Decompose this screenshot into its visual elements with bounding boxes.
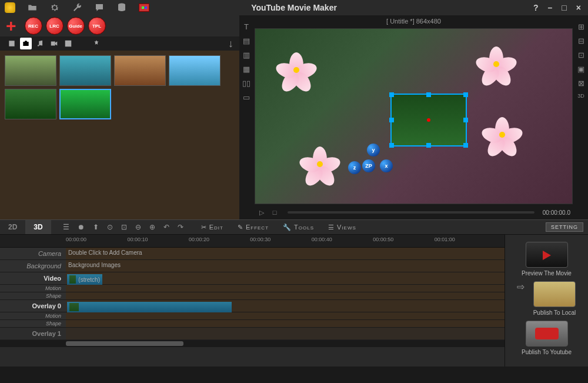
thumb-3[interactable] bbox=[114, 55, 166, 86]
ruler-tick: 00:00:30 bbox=[250, 237, 270, 242]
film-tab[interactable] bbox=[6, 38, 18, 49]
video-clip[interactable]: (stretch) bbox=[67, 274, 102, 285]
puzzle-tab[interactable] bbox=[91, 38, 102, 49]
grid2-icon[interactable]: ⊟ bbox=[576, 36, 586, 46]
grid5-icon[interactable]: ⊠ bbox=[576, 79, 586, 88]
list-tab[interactable] bbox=[76, 38, 88, 49]
redo-icon[interactable]: ↷ bbox=[178, 223, 183, 231]
music-tab[interactable] bbox=[34, 38, 46, 49]
axis-z-badge[interactable]: z bbox=[348, 161, 361, 174]
grid3-icon[interactable]: ⊡ bbox=[576, 51, 586, 60]
camera-icon[interactable]: ⏺ bbox=[78, 223, 85, 231]
folder-icon[interactable] bbox=[27, 2, 38, 13]
rec-button[interactable]: REC bbox=[25, 17, 42, 35]
svg-point-1 bbox=[25, 42, 28, 45]
thumb-2[interactable] bbox=[59, 55, 111, 86]
track-video-motion[interactable]: Motion bbox=[0, 285, 505, 292]
track-camera[interactable]: Camera Double Click to Add Camera bbox=[0, 248, 505, 260]
ruler-tick: 00:00:20 bbox=[189, 237, 209, 242]
preview-controls: ▷ □ 00:00:00.0 bbox=[253, 205, 574, 219]
timeline-ruler[interactable]: 00:00:00 00:00:10 00:00:20 00:00:30 00:0… bbox=[0, 235, 505, 248]
rows-icon[interactable]: ▭ bbox=[242, 93, 251, 102]
preview-tools-left: T ▤ ▥ ▦ ▯▯ ▭ bbox=[239, 15, 253, 219]
setting-button[interactable]: SETTING bbox=[546, 222, 583, 232]
menu-edit[interactable]: ✂Edit bbox=[201, 224, 223, 231]
tab-2d[interactable]: 2D bbox=[0, 220, 25, 234]
titlebar: YouTube Movie Maker ? – □ × bbox=[0, 0, 588, 15]
guide-button[interactable]: Guide bbox=[67, 17, 85, 35]
zoom-in-icon[interactable]: ⊕ bbox=[149, 223, 155, 231]
download-icon[interactable]: ↓ bbox=[228, 38, 233, 50]
up-icon[interactable]: ⬆ bbox=[93, 223, 99, 231]
svg-rect-4 bbox=[51, 42, 55, 46]
preview-movie-button[interactable]: Preview The Movie bbox=[520, 242, 573, 277]
overlay-clip[interactable] bbox=[67, 302, 232, 312]
database-icon[interactable] bbox=[116, 2, 127, 13]
align-left-icon[interactable]: ▤ bbox=[242, 36, 251, 46]
wrench-icon[interactable] bbox=[72, 2, 82, 13]
progress-bar[interactable] bbox=[288, 211, 534, 214]
menu-tools[interactable]: 🔧Tools bbox=[283, 224, 314, 231]
media-tabs: ↓ bbox=[0, 36, 239, 51]
stop-button[interactable]: □ bbox=[270, 208, 279, 217]
axis-zp-badge[interactable]: ZP bbox=[362, 159, 375, 172]
undo-icon[interactable]: ↶ bbox=[163, 223, 169, 231]
3d-icon[interactable]: 3D bbox=[576, 93, 586, 102]
overlay-selection[interactable] bbox=[390, 94, 467, 146]
track-video-shape[interactable]: Shape bbox=[0, 292, 505, 300]
publish-local-button[interactable]: Publish To Local bbox=[528, 281, 581, 316]
thumb-4[interactable] bbox=[169, 55, 220, 86]
thumb-6[interactable] bbox=[59, 89, 111, 119]
camera-tab[interactable] bbox=[20, 38, 32, 49]
gear-icon[interactable] bbox=[49, 2, 60, 13]
svg-point-3 bbox=[41, 44, 42, 45]
maximize-button[interactable]: □ bbox=[559, 3, 569, 12]
track-overlay0[interactable]: Overlay 0 bbox=[0, 300, 505, 312]
zoom-out-icon[interactable]: ⊖ bbox=[135, 223, 141, 231]
menu-views[interactable]: ☰Views bbox=[328, 224, 356, 231]
align-center-icon[interactable]: ▥ bbox=[242, 51, 251, 60]
ruler-tick: 00:00:10 bbox=[127, 237, 148, 242]
lrc-button[interactable]: LRC bbox=[46, 17, 64, 35]
tab-3d[interactable]: 3D bbox=[25, 220, 51, 234]
preview-canvas[interactable]: y z ZP x bbox=[255, 28, 573, 204]
menu-effect[interactable]: ✎Effect bbox=[238, 224, 269, 231]
grid1-icon[interactable]: ⊞ bbox=[576, 22, 586, 32]
help-button[interactable]: ? bbox=[531, 3, 541, 12]
text-tool-icon[interactable]: T bbox=[242, 22, 251, 32]
add-button[interactable]: + bbox=[6, 16, 16, 36]
thumb-1[interactable] bbox=[5, 55, 56, 86]
ruler-tick: 00:01:00 bbox=[435, 237, 455, 242]
color-box-icon[interactable] bbox=[139, 4, 149, 12]
export-panel: Preview The Movie ⇨ Publish To Local Pub… bbox=[505, 235, 588, 367]
thumb-5[interactable] bbox=[5, 89, 56, 119]
timeline-scrollbar[interactable] bbox=[0, 340, 505, 347]
window-controls: ? – □ × bbox=[531, 3, 583, 12]
track-overlay0-motion[interactable]: Motion bbox=[0, 312, 505, 320]
export-arrow-icon: ⇨ bbox=[517, 281, 524, 292]
menu-icon[interactable]: ☰ bbox=[63, 223, 69, 231]
track-background[interactable]: Background Background Images bbox=[0, 260, 505, 272]
axis-x-badge[interactable]: x bbox=[380, 159, 393, 172]
ruler-tick: 00:00:40 bbox=[312, 237, 332, 242]
preview-header: [ Untitle *] 864x480 bbox=[253, 15, 574, 27]
grid4-icon[interactable]: ▣ bbox=[576, 65, 586, 74]
image-tab[interactable] bbox=[62, 38, 74, 49]
track-overlay0-shape[interactable]: Shape bbox=[0, 320, 505, 328]
columns-icon[interactable]: ▯▯ bbox=[242, 79, 251, 88]
play-button[interactable]: ▷ bbox=[257, 208, 266, 217]
publish-youtube-button[interactable]: Publish To Youtube bbox=[520, 321, 573, 355]
minimize-button[interactable]: – bbox=[546, 3, 555, 12]
play-tl-icon[interactable]: ⊙ bbox=[107, 223, 113, 231]
track-overlay1[interactable]: Overlay 1 bbox=[0, 328, 505, 340]
close-button[interactable]: × bbox=[574, 3, 583, 12]
svg-point-6 bbox=[66, 42, 68, 43]
align-right-icon[interactable]: ▦ bbox=[242, 65, 251, 74]
action-toolbar: + REC LRC Guide TPL bbox=[0, 15, 239, 36]
axis-y-badge[interactable]: y bbox=[367, 144, 380, 156]
stop-tl-icon[interactable]: ⊡ bbox=[121, 223, 127, 231]
tpl-button[interactable]: TPL bbox=[88, 17, 106, 35]
track-video[interactable]: Video (stretch) bbox=[0, 272, 505, 285]
chat-icon[interactable] bbox=[94, 2, 105, 13]
video-tab[interactable] bbox=[48, 38, 60, 49]
